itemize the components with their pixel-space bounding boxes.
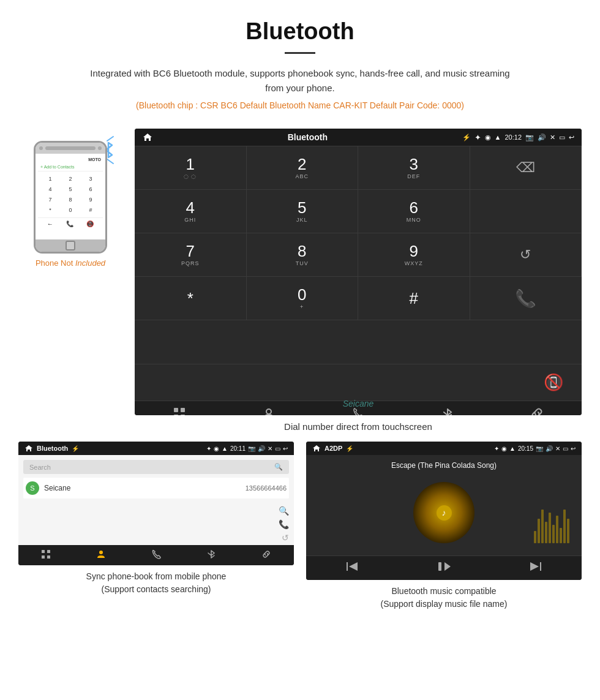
dial-key-hash[interactable]: # [358,277,470,320]
apps-nav-icon[interactable] [173,407,186,415]
page-header: Bluetooth Integrated with BC6 Bluetooth … [0,0,600,122]
pb-status-title: Bluetooth [37,445,68,452]
phone-key-star: * [40,205,60,215]
call-green-icon[interactable]: 📞 [515,288,536,309]
pb-bluetooth-icon: ✦ [206,445,211,452]
music-song-title: Escape (The Pina Colada Song) [312,461,576,470]
phonebook-caption-line2: (Support contacts searching) [21,583,291,596]
music-prev-btn[interactable] [345,561,359,575]
pb-right-icons: 🔍 📞 ↺ [18,503,294,545]
dial-bottom-nav [135,401,582,415]
pb-close-icon: ✕ [268,445,272,452]
dial-key-2[interactable]: 2 ABC [247,146,359,190]
back-icon: ↩ [569,134,574,141]
phone-home-button [66,241,75,250]
phone-key-9: 9 [81,195,100,205]
music-status-right: ✦ ◉ ▲ 20:15 📷 🔊 ✕ ▭ ↩ [494,445,576,452]
phone-nav-icon[interactable] [352,407,364,415]
pb-nav-contacts[interactable] [96,549,106,561]
dial-key-6[interactable]: 6 MNO [358,190,470,233]
phone-back-icon: ← [47,220,53,227]
title-divider [285,52,315,54]
phone-wrapper: MOTO + Add to Contacts 1 2 3 4 5 6 7 8 9… [34,141,107,254]
music-signal-icon: ▲ [509,445,516,452]
music-status-bar: A2DP ⚡ ✦ ◉ ▲ 20:15 📷 🔊 ✕ ▭ ↩ [306,442,582,455]
eq-bar-9 [563,510,566,543]
music-block: A2DP ⚡ ✦ ◉ ▲ 20:15 📷 🔊 ✕ ▭ ↩ Escape (The… [306,442,582,613]
pb-content: Search 🔍 S Seicane 13566664466 [18,455,294,503]
grid-icon [173,407,186,415]
window-icon: ▭ [559,134,565,141]
person-nav-icon[interactable] [263,407,275,415]
pb-contact-avatar: S [26,481,39,495]
svg-rect-12 [47,555,50,559]
dial-num-hash: # [410,290,418,306]
page-description: Integrated with BC6 Bluetooth module, su… [86,66,514,96]
dial-key-9[interactable]: 9 WXYZ [358,233,470,277]
phonebook-caption-line1: Sync phone-book from mobile phone [21,570,291,583]
pb-time: 20:11 [230,445,246,452]
phone-key-0: 0 [61,205,80,215]
dial-letters-8: TUV [296,260,309,266]
phone-add-contacts: + Add to Contacts [38,163,103,171]
refresh-icon[interactable]: ↺ [520,247,531,263]
dial-num-1: 1 [186,156,195,172]
dial-key-8[interactable]: 8 TUV [247,233,359,277]
dial-key-7[interactable]: 7 PQRS [135,233,247,277]
dial-letters-2: ABC [295,173,309,179]
music-play-pause-btn[interactable] [437,561,451,575]
pb-nav-bluetooth[interactable] [206,549,216,561]
music-equalizer [534,506,569,543]
phone-bottom-bar [36,239,105,252]
dialpad-grid: 1 ◌ ◌ 2 ABC 3 DEF ⌫ 4 GHI [135,146,582,364]
music-next-btn[interactable] [529,561,542,575]
phone-key-6: 6 [81,184,100,194]
music-caption-line2: (Support display music file name) [309,598,579,611]
dial-key-1[interactable]: 1 ◌ ◌ [135,146,247,190]
pb-contact-number: 13566664466 [246,484,287,492]
dial-key-star[interactable]: * [135,277,247,320]
bluetooth-nav-icon[interactable] [441,407,454,415]
dial-letters-4: GHI [184,217,196,223]
usb-icon: ⚡ [462,134,471,141]
dial-key-0[interactable]: 0 + [247,277,359,320]
eq-bar-4 [545,522,547,543]
dial-key-3[interactable]: 3 DEF [358,146,470,190]
pb-search-bar[interactable]: Search 🔍 [23,460,289,474]
pb-link-icon [261,549,271,559]
music-window-icon: ▭ [563,445,568,452]
music-bluetooth-icon: ✦ [494,445,499,452]
phone-speaker [39,146,43,150]
music-home-icon [312,445,321,452]
page-title: Bluetooth [12,18,588,45]
dial-key-4[interactable]: 4 GHI [135,190,247,233]
pb-nav-apps[interactable] [41,549,51,561]
music-controls [306,555,582,580]
pb-contact-initial: S [30,484,34,492]
pb-nav-link[interactable] [261,549,271,561]
dial-key-5[interactable]: 5 JKL [247,190,359,233]
end-call-icon[interactable]: 📵 [544,373,563,392]
music-location-icon: ◉ [501,445,507,452]
backspace-icon[interactable]: ⌫ [516,160,535,176]
close-icon: ✕ [550,134,555,141]
pb-nav-phone[interactable] [151,549,161,561]
bottom-screenshots: Bluetooth ⚡ ✦ ◉ ▲ 20:11 📷 🔊 ✕ ▭ ↩ [0,442,600,625]
pb-usb-icon: ⚡ [72,445,79,452]
pb-search-right-icon: 🔍 [279,506,289,516]
phone-bottom-icons: ← 📞 📵 [38,217,103,230]
music-status-left: A2DP ⚡ [312,445,353,452]
phone-icon [352,407,364,415]
svg-rect-6 [174,415,178,415]
link-nav-icon[interactable] [531,407,543,415]
dial-num-9: 9 [410,243,418,259]
status-time: 20:12 [504,134,522,141]
phone-key-5: 5 [61,184,80,194]
dial-cell-empty-2 [470,190,582,233]
svg-marker-19 [540,562,541,571]
dial-num-6: 6 [410,200,418,216]
svg-point-13 [99,551,103,554]
music-usb-icon: ⚡ [346,445,353,452]
dial-num-7: 7 [186,243,195,259]
pb-window-icon: ▭ [275,445,280,452]
